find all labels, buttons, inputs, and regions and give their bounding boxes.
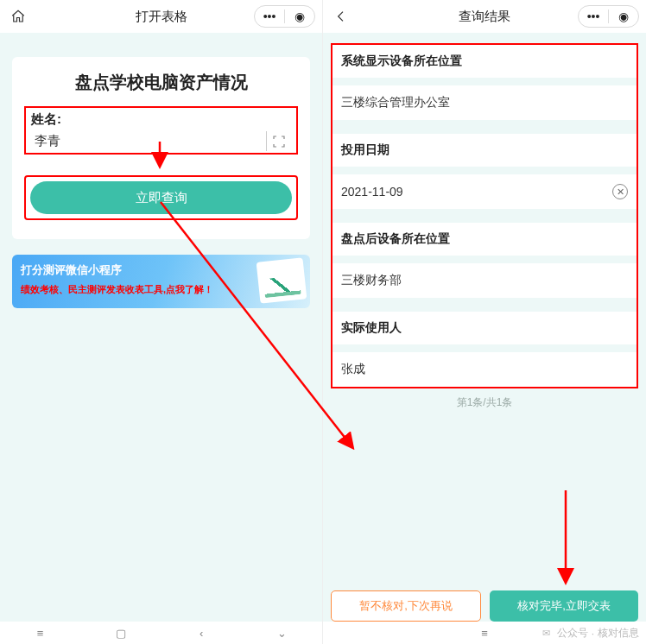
field-label: 投用日期 [332,134,636,167]
menu-icon[interactable]: ••• [255,6,284,27]
bottom-actions: 暂不核对,下次再说 核对完毕,立即交表 [323,590,646,622]
name-input[interactable] [31,131,267,151]
page-title: 查询结果 [459,9,510,25]
query-button-highlight: 立即查询 [24,175,298,220]
clear-icon[interactable]: ✕ [612,184,628,199]
actual-user-input[interactable] [341,363,628,376]
field-label: 实际使用人 [332,312,636,344]
back-icon[interactable] [332,7,351,26]
query-card: 盘点学校电脑资产情况 姓名: 立即查询 [12,57,310,239]
query-button[interactable]: 立即查询 [30,181,292,214]
field-location-system: 系统显示设备所在位置 [332,45,636,120]
promo-banner[interactable]: 打分测评微信小程序 绩效考核、民主测评发表收表工具,点我了解！ [12,255,310,308]
screen-open-form: 打开表格 ••• ◉ 盘点学校电脑资产情况 姓名: 立即查询 [0,0,323,644]
nav-home-icon[interactable]: ▢ [111,627,131,640]
mini-program-capsule[interactable]: ••• ◉ [578,5,639,28]
promo-chart-icon [256,257,307,303]
topbar-right: 查询结果 ••• ◉ [323,0,646,33]
menu-icon[interactable]: ••• [579,6,608,27]
home-icon[interactable] [9,7,28,26]
android-navbar-right: ≡ ✉ 公众号 · 核对信息 [323,622,646,644]
topbar-left: 打开表格 ••• ◉ [0,0,322,33]
field-date: 投用日期 ✕ [332,134,636,209]
pager-text: 第1条/共1条 [323,395,646,410]
android-navbar-left: ≡ ▢ ‹ ⌄ [0,622,322,644]
location-system-input[interactable] [341,96,628,110]
card-heading: 盘点学校电脑资产情况 [24,71,298,94]
submit-button[interactable]: 核对完毕,立即交表 [490,590,638,622]
screen-results: 查询结果 ••• ◉ 系统显示设备所在位置 投用日期 [323,0,646,644]
name-field-highlight: 姓名: [24,106,298,155]
defer-button[interactable]: 暂不核对,下次再说 [331,590,481,622]
mini-program-capsule[interactable]: ••• ◉ [254,5,315,28]
date-input[interactable] [341,185,612,199]
nav-assistant-icon[interactable]: ⌄ [271,627,292,640]
wechat-icon: ✉ [540,627,554,641]
field-location-after: 盘点后设备所在位置 [332,223,636,298]
name-label: 姓名: [31,111,291,128]
nav-recents-icon[interactable]: ≡ [474,627,495,640]
close-miniprogram-icon[interactable]: ◉ [285,6,314,27]
watermark: ✉ 公众号 · 核对信息 [540,626,639,641]
nav-back-icon[interactable]: ‹ [191,627,212,640]
scan-icon[interactable] [267,134,291,149]
close-miniprogram-icon[interactable]: ◉ [609,6,638,27]
page-title: 打开表格 [136,9,187,25]
nav-recents-icon[interactable]: ≡ [30,627,51,640]
field-label: 盘点后设备所在位置 [332,223,636,256]
field-label: 系统显示设备所在位置 [332,45,636,78]
field-user: 实际使用人 [332,312,636,387]
location-after-input[interactable] [341,274,628,287]
result-form-highlight: 系统显示设备所在位置 投用日期 ✕ 盘点后设备所在位置 [331,43,638,388]
